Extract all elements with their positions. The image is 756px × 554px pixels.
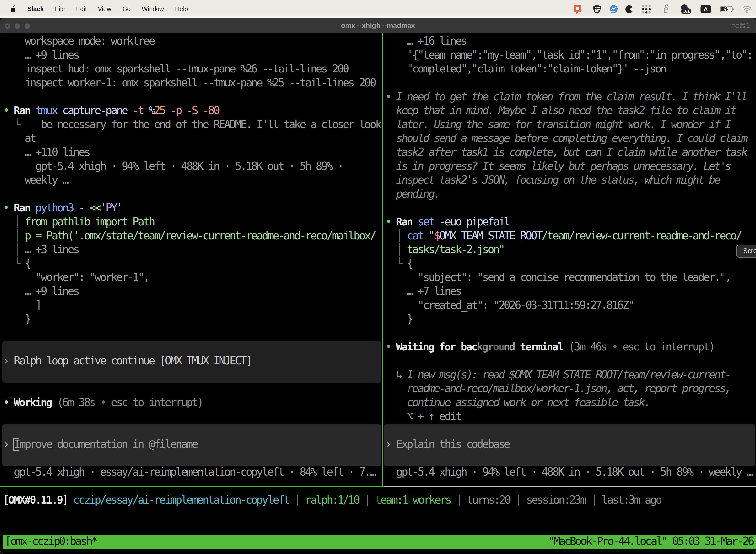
text-cursor <box>13 438 19 451</box>
text-segment: • <box>385 215 396 228</box>
terminal-line: inspect task2's JSON, focusing on the st… <box>385 173 756 187</box>
terminal-line: "worker": "worker-1", <box>3 270 381 284</box>
text-segment: turns:20 <box>467 493 510 506</box>
terminal-line <box>385 76 756 90</box>
text-segment: "worker": "worker-1", <box>3 271 148 284</box>
text-segment: gpt-5.4 xhigh · 94% left · 488K in · 5.1… <box>3 159 343 172</box>
text-segment: "subject": "send a concise recommendatio… <box>385 271 731 284</box>
terminal-line <box>385 451 756 465</box>
text-segment: should send a message before completing … <box>385 131 747 145</box>
text-segment <box>68 493 73 506</box>
text-segment: 25 <box>154 104 165 117</box>
terminal-line: inspect_worker-1: omx sparkshell --tmux-… <box>3 76 381 90</box>
text-segment: last:3m ago <box>602 493 661 506</box>
terminal-window: omx --xhigh --madmax ⌥⌘1 workspace_mode:… <box>0 18 756 554</box>
terminal-line: ⌥ + ↑ edit <box>385 409 756 423</box>
pac-circle-icon[interactable] <box>625 0 634 16</box>
menu-item-help[interactable]: Help <box>175 1 188 17</box>
terminal-line: gpt-5.4 xhigh · 94% left · 488K in · 5.1… <box>3 159 381 173</box>
text-segment: "created_at": "2026-03-31T11:59:27.816Z" <box>385 298 633 312</box>
chat-icon[interactable] <box>573 0 582 16</box>
text-segment: inspect_worker-1: omx sparkshell --tmux-… <box>3 76 375 89</box>
text-segment: (3m 46s <box>563 340 612 353</box>
text-segment: | <box>510 493 526 506</box>
left-pane: workspace_mode: worktree … +9 lines insp… <box>3 34 381 479</box>
menu-item-edit[interactable]: Edit <box>76 1 87 17</box>
text-segment: └ <box>3 118 19 131</box>
text-segment: ⌥ + ↑ edit <box>385 409 460 423</box>
text-segment: • <box>385 90 396 103</box>
text-segment: tmux <box>35 104 57 117</box>
text-segment: mprove documentation in @filename <box>19 437 197 450</box>
text-segment <box>127 104 132 117</box>
terminal-line <box>3 409 381 423</box>
text-segment: { <box>24 257 30 270</box>
input-source-icon[interactable]: A <box>700 0 711 16</box>
text-segment: /team/review-current-readme-and-reco/ <box>542 229 741 242</box>
terminal-line: … +110 lines <box>3 145 381 159</box>
text-segment: workspace_mode: worktree <box>3 34 154 47</box>
input-source-letter: A <box>704 6 708 13</box>
text-segment <box>181 104 187 117</box>
terminal-line: › Explain this codebase <box>385 437 756 451</box>
apple-menu-icon[interactable] <box>10 5 16 13</box>
text-segment: -t <box>132 104 143 117</box>
text-segment: { <box>407 257 412 270</box>
terminal-line: keep that in mind. Maybe I also need the… <box>385 104 756 117</box>
text-segment: esc to interrupt) <box>617 340 714 353</box>
text-segment: -euo pipefail <box>439 215 509 228</box>
menu-item-go[interactable]: Go <box>122 1 130 17</box>
terminal-line: weekly … <box>3 173 381 187</box>
text-segment: │ <box>385 229 407 242</box>
terminal-line: … +9 lines <box>3 48 381 62</box>
text-segment: ou <box>493 341 504 353</box>
text-segment: be necessary for the end of the README. … <box>19 118 380 131</box>
window-titlebar[interactable]: omx --xhigh --madmax ⌥⌘1 <box>0 18 756 33</box>
dots-grid-icon[interactable] <box>642 0 651 16</box>
text-segment: PY <box>106 201 116 214</box>
wifi-icon[interactable] <box>742 0 752 16</box>
text-segment: (6m 38s <box>52 396 100 409</box>
sync-badge-icon[interactable] <box>609 0 618 16</box>
shield-icon[interactable] <box>593 0 601 16</box>
screen-sharing-overlay[interactable]: Scre <box>736 245 756 258</box>
text-segment <box>434 215 439 228</box>
terminal-line: › Ralph loop active continue [OMX_TMUX_I… <box>3 354 381 368</box>
text-segment: Explain this codebase <box>396 437 509 450</box>
terminal-line: gpt-5.4 xhigh · essay/ai-reimplementatio… <box>3 465 381 479</box>
terminal-line: inspect_hud: omx sparkshell --tmux-pane … <box>3 62 381 76</box>
text-segment: ralph:1/10 <box>305 493 359 506</box>
battery-charging-icon[interactable] <box>720 0 734 16</box>
text-segment <box>197 104 203 117</box>
text-segment: cczip/essay/ai-reimplementation-copyleft <box>73 493 289 506</box>
text-segment: … +7 lines <box>385 284 460 297</box>
text-segment: … +9 lines <box>3 48 78 61</box>
menu-item-view[interactable]: View <box>98 1 111 17</box>
text-segment: $ <box>434 229 439 242</box>
window-title: omx --xhigh --madmax <box>0 18 756 33</box>
text-segment: ' <box>116 201 122 214</box>
terminal-line: … +7 lines <box>385 284 756 298</box>
text-segment <box>30 201 36 214</box>
terminal-line: at <box>3 131 381 145</box>
menu-item-app[interactable]: Slack <box>27 1 44 17</box>
terminal-line <box>3 326 381 340</box>
terminal-line: is in progress? It seems likely but perh… <box>385 159 756 173</box>
terminal-line <box>3 187 381 201</box>
text-segment <box>73 201 79 214</box>
cloud-61-icon[interactable]: ..61 <box>680 0 691 16</box>
terminal-content: workspace_mode: worktree … +9 lines insp… <box>0 33 756 554</box>
text-segment: › <box>385 437 396 450</box>
pane-separator[interactable] <box>382 33 383 487</box>
text-segment: } <box>385 312 412 325</box>
menu-item-file[interactable]: File <box>55 1 65 17</box>
terminal-line <box>3 90 381 104</box>
text-segment: │ <box>3 229 24 242</box>
menu-item-window[interactable]: Window <box>142 1 164 17</box>
text-segment: Waiting for bac <box>396 341 477 353</box>
terminal-line <box>3 340 381 354</box>
text-segment: | <box>289 493 305 506</box>
text-segment: Ran <box>14 202 30 214</box>
text-segment: • <box>385 340 396 353</box>
dragon-icon[interactable] <box>663 0 669 16</box>
